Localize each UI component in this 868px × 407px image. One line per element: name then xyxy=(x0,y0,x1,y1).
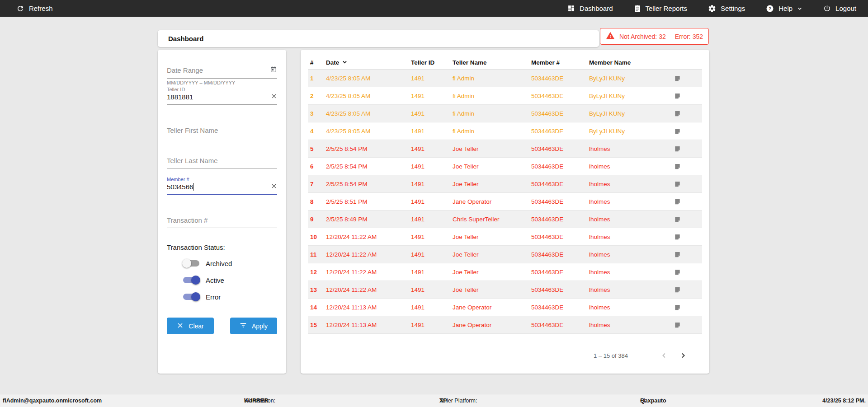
nav-teller-reports[interactable]: Teller Reports xyxy=(634,5,688,13)
nav-dashboard-label: Dashboard xyxy=(580,5,613,12)
nav-logout-label: Logout xyxy=(835,5,856,12)
cell-teller-id: 1491 xyxy=(411,269,453,276)
teller-id-field[interactable]: 1881881 xyxy=(167,92,277,105)
cell-date: 12/20/24 11:22 AM xyxy=(326,234,411,240)
cell-date: 2/5/25 8:54 PM xyxy=(326,181,411,187)
cell-member-name: lholmes xyxy=(589,269,652,276)
note-icon[interactable] xyxy=(674,269,681,276)
note-icon[interactable] xyxy=(674,145,681,152)
note-icon[interactable] xyxy=(674,128,681,135)
cell-teller-id: 1491 xyxy=(411,322,453,328)
table-row[interactable]: 12 12/20/24 11:22 AM 1491 Joe Teller 503… xyxy=(308,263,702,281)
transaction-number-input[interactable]: Transaction # xyxy=(167,216,277,224)
cell-date: 4/23/25 8:05 AM xyxy=(326,128,411,135)
note-icon[interactable] xyxy=(674,234,681,240)
table-row[interactable]: 15 12/20/24 11:13 AM 1491 Jane Operator … xyxy=(308,316,702,334)
cell-teller-name: fi Admin xyxy=(453,128,531,135)
cell-num: 12 xyxy=(308,269,326,276)
toggle-row-active: Active xyxy=(183,276,277,285)
table-row[interactable]: 3 4/23/25 8:05 AM 1491 fi Admin 5034463D… xyxy=(308,105,702,122)
footer-teller-platform: Teller Platform: XP xyxy=(439,398,447,404)
nav-settings[interactable]: Settings xyxy=(708,5,745,13)
table-row[interactable]: 2 4/23/25 8:05 AM 1491 fi Admin 5034463D… xyxy=(308,87,702,105)
teller-last-name-field[interactable]: Teller Last Name xyxy=(167,155,277,168)
clear-button-label: Clear xyxy=(189,323,203,330)
table-row[interactable]: 1 4/23/25 8:05 AM 1491 fi Admin 5034463D… xyxy=(308,70,702,87)
teller-id-input[interactable]: 1881881 xyxy=(167,93,268,101)
cell-member-num: 5034463DE xyxy=(531,286,589,293)
calendar-icon[interactable] xyxy=(270,66,277,75)
table-row[interactable]: 7 2/5/25 8:54 PM 1491 Joe Teller 5034463… xyxy=(308,175,702,193)
archived-toggle[interactable] xyxy=(183,260,199,267)
member-number-input[interactable]: 5034566 xyxy=(167,183,268,191)
apply-button[interactable]: Apply xyxy=(230,318,277,334)
table-row[interactable]: 14 12/20/24 11:13 AM 1491 Jane Operator … xyxy=(308,299,702,316)
cell-teller-name: Chris SuperTeller xyxy=(453,216,531,223)
cell-member-num: 5034463DE xyxy=(531,110,589,117)
cell-date: 4/23/25 8:05 AM xyxy=(326,93,411,99)
cell-num: 3 xyxy=(308,110,326,117)
footer-user: fiAdmin@qaxpauto.onmicrosoft.com xyxy=(3,398,102,404)
member-number-field[interactable]: 5034566 xyxy=(167,182,277,195)
transaction-status-label: Transaction Status: xyxy=(167,243,277,251)
table-row[interactable]: 4 4/23/25 8:05 AM 1491 fi Admin 5034463D… xyxy=(308,122,702,140)
note-icon[interactable] xyxy=(674,75,681,82)
column-header-teller-name: Teller Name xyxy=(453,59,531,66)
cell-date: 2/5/25 8:51 PM xyxy=(326,198,411,205)
table-row[interactable]: 9 2/5/25 8:49 PM 1491 Chris SuperTeller … xyxy=(308,211,702,228)
refresh-icon xyxy=(16,5,24,13)
note-icon[interactable] xyxy=(674,286,681,293)
cell-member-num: 5034463DE xyxy=(531,181,589,187)
error-toggle[interactable] xyxy=(183,294,199,300)
note-icon[interactable] xyxy=(674,304,681,311)
pagination-next-button[interactable] xyxy=(679,352,687,359)
table-row[interactable]: 6 2/5/25 8:54 PM 1491 Joe Teller 5034463… xyxy=(308,158,702,175)
note-icon[interactable] xyxy=(674,93,681,99)
table-row[interactable]: 8 2/5/25 8:51 PM 1491 Jane Operator 5034… xyxy=(308,193,702,211)
date-range-field[interactable]: Date Range xyxy=(167,64,277,79)
cell-num: 11 xyxy=(308,251,326,258)
cell-num: 4 xyxy=(308,128,326,135)
transaction-number-field[interactable]: Transaction # xyxy=(167,215,277,228)
table-row[interactable]: 5 2/5/25 8:54 PM 1491 Joe Teller 5034463… xyxy=(308,140,702,158)
cell-num: 2 xyxy=(308,93,326,99)
note-icon[interactable] xyxy=(674,251,681,258)
cell-member-num: 5034463DE xyxy=(531,163,589,170)
teller-first-name-input[interactable]: Teller First Name xyxy=(167,126,277,134)
top-navigation-bar: Refresh Dashboard Teller Reports Setting… xyxy=(0,0,868,17)
clear-button[interactable]: Clear xyxy=(167,318,214,334)
toggle-thumb xyxy=(182,259,191,268)
column-header-date[interactable]: Date xyxy=(326,59,411,66)
pagination-prev-button[interactable] xyxy=(660,352,668,359)
note-icon[interactable] xyxy=(674,181,681,187)
clipboard-icon xyxy=(634,5,641,13)
nav-dashboard[interactable]: Dashboard xyxy=(567,5,613,12)
note-icon[interactable] xyxy=(674,163,681,170)
clear-teller-id-icon[interactable] xyxy=(271,93,277,101)
clear-member-number-icon[interactable] xyxy=(271,183,277,191)
cell-teller-id: 1491 xyxy=(411,181,453,187)
page-title: Dashboard xyxy=(168,35,203,42)
nav-logout[interactable]: Logout xyxy=(823,5,856,12)
note-icon[interactable] xyxy=(674,216,681,223)
column-header-member-name: Member Name xyxy=(589,59,652,66)
table-row[interactable]: 10 12/20/24 11:22 AM 1491 Joe Teller 503… xyxy=(308,228,702,246)
nav-help[interactable]: ? Help xyxy=(766,5,802,13)
teller-last-name-input[interactable]: Teller Last Name xyxy=(167,157,277,164)
text-caret xyxy=(193,183,194,191)
note-icon[interactable] xyxy=(674,322,681,328)
teller-first-name-field[interactable]: Teller First Name xyxy=(167,125,277,138)
note-icon[interactable] xyxy=(674,110,681,117)
cell-teller-id: 1491 xyxy=(411,163,453,170)
cell-teller-id: 1491 xyxy=(411,110,453,117)
table-row[interactable]: 13 12/20/24 11:22 AM 1491 Joe Teller 503… xyxy=(308,281,702,299)
transactions-table-card: # Date Teller ID Teller Name Member # Me… xyxy=(301,50,709,374)
cell-member-name: ByLyJI KUNy xyxy=(589,110,652,117)
chevron-down-icon xyxy=(797,6,802,11)
refresh-button[interactable]: Refresh xyxy=(16,5,53,13)
date-range-input[interactable]: Date Range xyxy=(167,66,267,74)
status-footer: fiAdmin@qaxpauto.onmicrosoft.com Worksta… xyxy=(0,394,868,407)
table-row[interactable]: 11 12/20/24 11:22 AM 1491 Joe Teller 503… xyxy=(308,246,702,263)
active-toggle[interactable] xyxy=(183,277,199,283)
note-icon[interactable] xyxy=(674,198,681,205)
